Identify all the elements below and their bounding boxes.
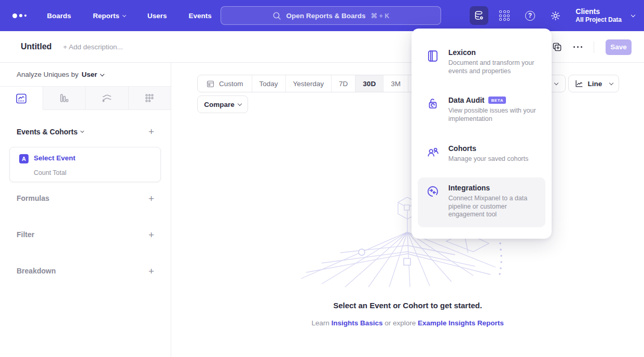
project-scope: All Project Data xyxy=(576,16,622,24)
event-letter-badge: A xyxy=(19,154,29,163)
date-range-yesterday[interactable]: Yesterday xyxy=(286,75,332,92)
tab-flow-chart[interactable] xyxy=(86,87,129,110)
filter-section: Filter + xyxy=(0,216,171,253)
help-icon: ? xyxy=(525,11,535,21)
select-event-card[interactable]: A Select Event Count Total xyxy=(9,147,161,182)
database-gear-icon xyxy=(473,10,485,21)
section-label: Events & Cohorts xyxy=(17,128,77,136)
example-insights-reports-link[interactable]: Example Insights Reports xyxy=(418,319,504,327)
menu-item-description: View possible issues with your implement… xyxy=(448,107,538,123)
divider xyxy=(594,42,594,53)
search-input[interactable]: Open Reports & Boards ⌘ + K xyxy=(221,6,441,25)
formulas-label: Formulas xyxy=(17,194,49,202)
report-title[interactable]: Untitled xyxy=(21,42,52,51)
top-navbar: Boards Reports Users Events Open Reports… xyxy=(0,0,644,31)
project-selector[interactable]: Clients All Project Data xyxy=(576,7,635,24)
formulas-section: Formulas + xyxy=(0,180,171,216)
chevron-down-icon xyxy=(122,13,126,17)
chevron-down-icon xyxy=(631,13,635,17)
add-breakdown-button[interactable]: + xyxy=(148,266,154,276)
chevron-down-icon xyxy=(80,129,84,133)
menu-item-description: Manage your saved cohorts xyxy=(448,155,538,163)
header-actions: Save xyxy=(552,31,632,63)
search-shortcut: ⌘ + K xyxy=(371,12,390,20)
insights-basics-link[interactable]: Insights Basics xyxy=(331,319,382,327)
analyze-value: User xyxy=(81,71,97,78)
nav-item-boards[interactable]: Boards xyxy=(47,12,72,20)
data-management-button[interactable] xyxy=(470,6,488,25)
nav-item-users[interactable]: Users xyxy=(147,12,167,20)
chevron-down-icon xyxy=(238,102,242,106)
date-range-label: 30D xyxy=(363,80,376,88)
analyze-value-dropdown[interactable]: User xyxy=(81,71,104,78)
date-range-30d[interactable]: 30D xyxy=(355,75,383,92)
analyze-label: Analyze Uniques by xyxy=(17,71,78,78)
tab-bar-chart[interactable] xyxy=(43,87,86,110)
date-range-label: 3M xyxy=(391,80,401,88)
data-audit-icon xyxy=(426,96,440,123)
compare-dropdown[interactable]: Compare xyxy=(197,95,248,113)
add-description-field[interactable]: + Add description... xyxy=(63,43,123,51)
menu-item-title: Data Audit xyxy=(448,96,484,104)
chart-style-label: Line xyxy=(588,80,602,88)
add-event-button[interactable]: + xyxy=(148,127,154,136)
date-range-custom[interactable]: Custom xyxy=(198,75,252,92)
more-options-button[interactable] xyxy=(573,46,583,48)
add-filter-button[interactable]: + xyxy=(148,230,154,240)
subtitle-text: or explore xyxy=(385,319,416,327)
apps-grid-button[interactable] xyxy=(495,6,514,25)
mixpanel-logo-icon[interactable] xyxy=(12,13,26,18)
date-range-label: 7D xyxy=(339,80,348,88)
help-button[interactable]: ? xyxy=(520,6,539,25)
project-name: Clients xyxy=(576,7,622,17)
settings-gear-icon xyxy=(550,10,561,21)
query-builder-sidebar: Analyze Uniques by User xyxy=(0,63,171,357)
select-event-label[interactable]: Select Event xyxy=(34,154,75,162)
filter-label: Filter xyxy=(17,230,34,239)
chart-style-dropdown[interactable]: Line xyxy=(568,75,619,92)
nav-links: Boards Reports Users Events xyxy=(47,12,212,20)
date-range-today[interactable]: Today xyxy=(252,75,286,92)
menu-item-data-audit[interactable]: Data Audit BETA View possible issues wit… xyxy=(418,90,545,131)
empty-state-subtitle: Learn Insights Basics or explore Example… xyxy=(171,319,644,327)
count-total-label[interactable]: Count Total xyxy=(34,169,66,176)
menu-item-description: Document and transform your events and p… xyxy=(448,59,538,75)
menu-item-lexicon[interactable]: Lexicon Document and transform your even… xyxy=(418,42,545,84)
date-range-3m[interactable]: 3M xyxy=(383,75,408,92)
cohorts-people-icon xyxy=(426,144,440,163)
events-cohorts-header[interactable]: Events & Cohorts xyxy=(17,128,84,136)
date-range-label: Today xyxy=(259,80,278,88)
line-chart-icon xyxy=(15,92,28,105)
add-formula-button[interactable]: + xyxy=(148,194,154,203)
nav-right-controls: ? Clients All Project Data xyxy=(470,0,635,31)
apps-grid-icon xyxy=(499,10,510,21)
chart-type-tabs xyxy=(0,86,171,110)
empty-state: Select an Event or Cohort to get started… xyxy=(171,301,644,327)
search-placeholder: Open Reports & Boards xyxy=(286,12,366,20)
date-range-control: Custom Today Yesterday 7D 30D 3M 6M xyxy=(197,75,433,92)
duplicate-plus-icon xyxy=(552,42,562,52)
menu-item-title: Lexicon xyxy=(448,48,476,57)
menu-item-cohorts[interactable]: Cohorts Manage your saved cohorts xyxy=(418,138,545,172)
nav-item-reports[interactable]: Reports xyxy=(93,12,126,20)
settings-button[interactable] xyxy=(546,6,565,25)
menu-item-integrations[interactable]: Integrations Connect Mixpanel to a data … xyxy=(418,177,545,227)
tab-line-chart[interactable] xyxy=(0,87,43,110)
data-management-popover: Lexicon Document and transform your even… xyxy=(412,29,552,239)
date-range-label: Custom xyxy=(219,80,243,88)
bar-chart-icon xyxy=(58,92,70,104)
nav-item-label: Users xyxy=(147,12,167,20)
integrations-sync-icon xyxy=(426,184,440,219)
duplicate-button[interactable] xyxy=(552,42,562,52)
tab-metrics-grid[interactable] xyxy=(129,87,171,110)
lexicon-book-icon xyxy=(426,48,440,75)
breakdown-label: Breakdown xyxy=(17,267,56,275)
save-button[interactable]: Save xyxy=(606,39,632,55)
mixpanel-insights-app: Boards Reports Users Events Open Reports… xyxy=(0,0,644,357)
date-range-7d[interactable]: 7D xyxy=(332,75,355,92)
events-cohorts-section: Events & Cohorts + xyxy=(0,127,171,136)
analyze-uniques-row: Analyze Uniques by User xyxy=(0,63,171,86)
nav-item-events[interactable]: Events xyxy=(189,12,212,20)
sidebar-add-sections: Formulas + Filter + Breakdown + xyxy=(0,180,171,289)
subtitle-text: Learn xyxy=(311,319,330,327)
